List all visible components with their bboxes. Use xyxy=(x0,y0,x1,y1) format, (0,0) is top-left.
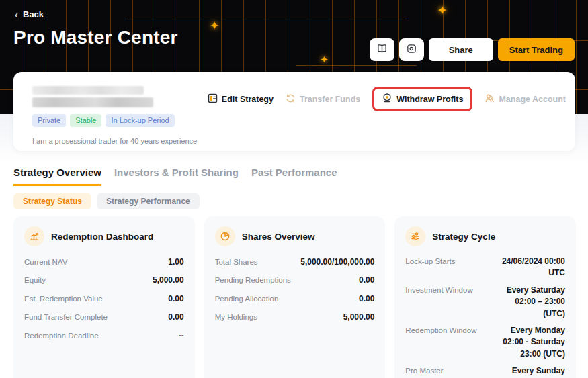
stat-label: Pro Master Redemption Processing Phase xyxy=(405,365,485,378)
redemption-dashboard-card: Redemption Dashboard Current NAV 1.00 Eq… xyxy=(13,216,195,378)
card-header: Strategy Cycle xyxy=(405,226,565,246)
status-badge-private: Private xyxy=(32,114,66,127)
edit-strategy-button[interactable]: Edit Strategy xyxy=(208,93,274,105)
pie-chart-icon xyxy=(215,226,235,246)
status-badge-lockup: In Lock-up Period xyxy=(106,114,174,127)
strategy-cycle-card: Strategy Cycle Lock-up Starts 24/06/2024… xyxy=(394,216,576,378)
stat-value: 5,000.00 xyxy=(343,312,375,323)
stat-label: Pending Redemptions xyxy=(215,275,291,286)
stat-row: Pending Allocation 0.00 xyxy=(215,290,375,308)
circuit-line xyxy=(124,19,407,19)
badge-row: Private Stable In Lock-up Period xyxy=(32,114,556,127)
sparkle-icon xyxy=(437,3,448,18)
stat-value: Every Sunday 02:00 – 23:00 (UTC) xyxy=(491,365,565,378)
stat-value: 1.00 xyxy=(168,256,183,268)
stat-label: Lock-up Starts xyxy=(405,256,485,267)
trader-description: I am a prosessional trader for 40 years … xyxy=(32,137,556,145)
card-header: Redemption Dashboard xyxy=(24,226,184,246)
stat-label: My Holdings xyxy=(215,312,257,323)
stat-label: Current NAV xyxy=(24,256,67,268)
stat-value: Every Saturday 02:00 – 23:00 (UTC) xyxy=(491,285,565,320)
stat-row: Lock-up Starts 24/06/2024 00:00 UTC xyxy=(405,253,565,282)
guide-icon xyxy=(406,43,417,56)
stat-value: -- xyxy=(179,330,184,342)
profile-card: Private Stable In Lock-up Period I am a … xyxy=(13,72,575,151)
stat-row: My Holdings 5,000.00 xyxy=(215,308,375,326)
withdraw-profits-icon xyxy=(382,93,392,105)
stat-label: Fund Transfer Complete xyxy=(24,312,108,323)
stat-row: Pending Redemptions 0.00 xyxy=(215,271,375,289)
shares-overview-card: Shares Overview Total Shares 5,000.00/10… xyxy=(204,216,386,378)
stat-value: 0.00 xyxy=(168,312,183,323)
stat-value: 24/06/2024 00:00 UTC xyxy=(491,256,565,279)
card-title: Shares Overview xyxy=(242,232,315,242)
subtab-strategy-status[interactable]: Strategy Status xyxy=(13,193,91,209)
stat-label: Investment Window xyxy=(405,285,485,296)
card-title: Strategy Cycle xyxy=(432,232,495,242)
stat-value: 0.00 xyxy=(359,293,374,305)
stat-row: Equity 5,000.00 xyxy=(24,271,184,289)
profile-action-bar: Edit Strategy Transfer Funds xyxy=(208,87,566,111)
hero-action-bar: Share Start Trading xyxy=(370,38,575,61)
stat-value: 5,000.00 xyxy=(153,275,184,286)
redacted-trader-name xyxy=(32,86,144,95)
stat-row: Total Shares 5,000.00/100,000.00 xyxy=(215,253,375,271)
tab-investors-profit-sharing[interactable]: Investors & Profit Sharing xyxy=(114,167,239,186)
stat-value: 5,000.00/100,000.00 xyxy=(300,256,374,268)
stat-row: Est. Redemption Value 0.00 xyxy=(24,290,184,308)
stat-row: Redemption Deadline -- xyxy=(24,327,184,345)
growth-chart-icon xyxy=(24,226,44,246)
manage-account-icon xyxy=(485,93,495,105)
overview-cards: Redemption Dashboard Current NAV 1.00 Eq… xyxy=(13,216,576,378)
card-title: Redemption Dashboard xyxy=(51,232,153,242)
handbook-button[interactable] xyxy=(370,38,394,61)
transfer-funds-label: Transfer Funds xyxy=(300,95,360,104)
book-icon xyxy=(376,43,388,56)
stat-value: 0.00 xyxy=(168,293,183,305)
stat-label: Redemption Deadline xyxy=(24,330,99,342)
main-tab-bar: Strategy Overview Investors & Profit Sha… xyxy=(13,167,337,186)
stat-value: 0.00 xyxy=(359,275,374,286)
page-title: Pro Master Center xyxy=(13,27,178,48)
redacted-trader-name xyxy=(32,97,153,107)
status-badge-stable: Stable xyxy=(70,114,101,127)
sliders-icon xyxy=(405,226,425,246)
transfer-funds-button[interactable]: Transfer Funds xyxy=(286,93,360,105)
manage-account-button[interactable]: Manage Account xyxy=(485,93,566,105)
pro-master-center-page: ‹ Back Pro Master Center Share Start Tra xyxy=(0,0,588,378)
edit-strategy-label: Edit Strategy xyxy=(222,95,274,104)
stat-label: Total Shares xyxy=(215,256,258,268)
guide-button[interactable] xyxy=(399,38,424,61)
back-button[interactable]: ‹ Back xyxy=(15,9,44,19)
tab-past-performance[interactable]: Past Performance xyxy=(251,167,337,186)
back-chevron-icon: ‹ xyxy=(15,9,18,19)
manage-account-label: Manage Account xyxy=(499,95,566,104)
stat-label: Pending Allocation xyxy=(215,293,279,305)
stat-row: Fund Transfer Complete 0.00 xyxy=(24,308,184,326)
back-label: Back xyxy=(23,9,44,19)
stat-row: Pro Master Redemption Processing Phase E… xyxy=(405,363,565,378)
share-button[interactable]: Share xyxy=(429,38,493,61)
sub-tab-bar: Strategy Status Strategy Performance xyxy=(13,193,200,209)
stat-value: Every Monday 02:00 - Saturday 23:00 (UTC… xyxy=(491,325,565,360)
circuit-line xyxy=(296,65,417,66)
stat-label: Redemption Window xyxy=(405,325,485,336)
start-trading-button[interactable]: Start Trading xyxy=(498,38,575,61)
edit-strategy-icon xyxy=(208,93,218,105)
subtab-strategy-performance[interactable]: Strategy Performance xyxy=(97,193,200,209)
stat-row: Investment Window Every Saturday 02:00 –… xyxy=(405,282,565,322)
sparkle-icon xyxy=(320,54,329,66)
card-header: Shares Overview xyxy=(215,226,375,246)
sparkle-icon xyxy=(210,19,219,33)
transfer-funds-icon xyxy=(286,93,296,105)
stat-label: Equity xyxy=(24,275,46,286)
stat-row: Current NAV 1.00 xyxy=(24,253,184,271)
tab-strategy-overview[interactable]: Strategy Overview xyxy=(13,167,101,186)
stat-label: Est. Redemption Value xyxy=(24,293,103,305)
withdraw-profits-label: Withdraw Profits xyxy=(396,95,463,104)
stat-row: Redemption Window Every Monday 02:00 - S… xyxy=(405,322,565,363)
withdraw-profits-button[interactable]: Withdraw Profits xyxy=(372,87,472,111)
